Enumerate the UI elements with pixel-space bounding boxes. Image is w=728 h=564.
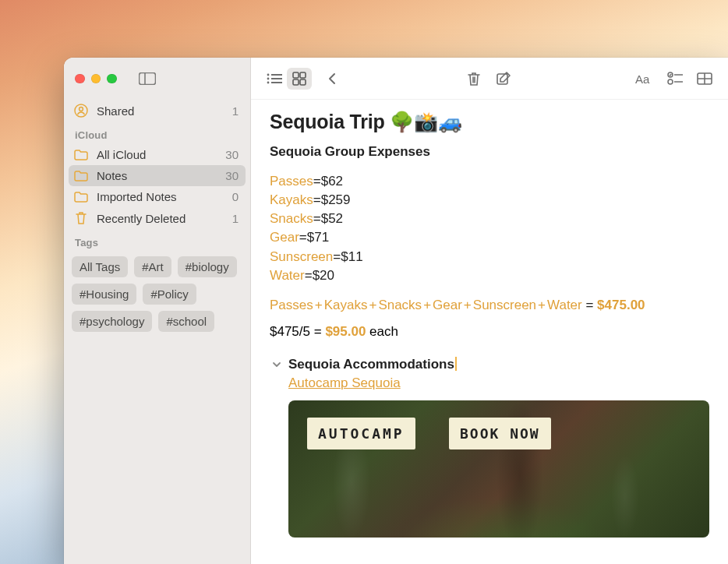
chevron-left-icon — [327, 72, 337, 85]
sidebar: Shared 1 iCloud All iCloud 30 Notes 30 I… — [64, 58, 251, 564]
back-button[interactable] — [320, 68, 345, 90]
sidebar-item-label: Shared — [97, 104, 134, 118]
expense-line: Sunscreen=$11 — [270, 248, 709, 266]
per-person-line: $475/5 = $95.00 each — [270, 324, 709, 340]
titlebar — [64, 58, 250, 100]
text-format-icon: Aa — [635, 72, 656, 86]
tag-all[interactable]: All Tags — [72, 256, 128, 277]
toggle-sidebar-button[interactable] — [136, 69, 159, 88]
delete-note-button[interactable] — [461, 68, 486, 90]
svg-point-3 — [80, 108, 83, 111]
svg-rect-12 — [293, 79, 299, 85]
window-controls — [75, 74, 117, 84]
sidebar-item-label: Notes — [97, 169, 127, 182]
note-title: Sequoia Trip 🌳📸🚙 — [270, 111, 709, 133]
sidebar-icon — [139, 72, 156, 85]
attachment-book-button[interactable]: BOOK NOW — [449, 418, 551, 449]
sidebar-item-imported-notes[interactable]: Imported Notes 0 — [64, 186, 250, 207]
tag-housing[interactable]: #Housing — [72, 284, 136, 305]
shared-icon — [73, 104, 89, 118]
accommodation-link-line: Autocamp Sequoia — [288, 375, 709, 391]
tag-policy[interactable]: #Policy — [143, 284, 196, 305]
minimize-window-button[interactable] — [91, 74, 101, 84]
note-subheading: Sequoia Group Expenses — [270, 144, 709, 160]
svg-rect-11 — [300, 72, 306, 78]
sum-formula: Passes+Kayaks+Snacks+Gear+Sunscreen+Wate… — [270, 298, 709, 313]
svg-rect-0 — [139, 73, 155, 85]
tag-psychology[interactable]: #psychology — [72, 311, 152, 332]
main-pane: Aa Sequoia Trip 🌳📸🚙 Sequoia Group Expens… — [251, 58, 728, 564]
checklist-button[interactable] — [663, 68, 687, 90]
svg-point-6 — [267, 81, 270, 83]
disclosure-toggle[interactable] — [270, 360, 284, 369]
folder-icon — [73, 171, 89, 182]
view-mode-segment — [262, 68, 312, 90]
svg-rect-13 — [300, 79, 306, 85]
checklist-icon — [667, 72, 683, 86]
attachment-logo: AUTOCAMP — [307, 418, 415, 449]
tag-school[interactable]: #school — [158, 311, 214, 332]
note-content[interactable]: Sequoia Trip 🌳📸🚙 Sequoia Group Expenses … — [251, 100, 728, 538]
close-window-button[interactable] — [75, 74, 85, 84]
table-icon — [697, 72, 712, 85]
expense-line: Snacks=$52 — [270, 210, 709, 228]
format-button[interactable]: Aa — [633, 68, 658, 90]
sidebar-item-count: 0 — [232, 190, 239, 203]
expense-line: Passes=$62 — [270, 172, 709, 191]
list-view-button[interactable] — [262, 68, 287, 90]
compose-icon — [496, 71, 511, 86]
svg-point-4 — [267, 73, 270, 76]
sidebar-item-notes[interactable]: Notes 30 — [69, 165, 246, 186]
trash-icon — [73, 211, 89, 225]
svg-text:Aa: Aa — [635, 72, 650, 86]
sidebar-item-count: 1 — [232, 212, 239, 225]
list-icon — [267, 73, 282, 84]
expense-line: Kayaks=$259 — [270, 191, 709, 210]
app-window: Shared 1 iCloud All iCloud 30 Notes 30 I… — [64, 58, 728, 564]
folder-icon — [73, 150, 89, 160]
grid-icon — [292, 72, 306, 86]
accommodations-heading: Sequoia Accommodations — [270, 357, 709, 372]
sidebar-item-label: All iCloud — [97, 148, 146, 161]
toolbar: Aa — [251, 58, 728, 100]
trash-icon — [467, 71, 481, 86]
fullscreen-window-button[interactable] — [107, 74, 117, 84]
text-cursor — [455, 357, 457, 371]
new-note-button[interactable] — [491, 68, 516, 90]
sidebar-item-count: 30 — [225, 148, 239, 161]
expense-line: Gear=$71 — [270, 228, 709, 247]
sidebar-section-icloud[interactable]: iCloud — [64, 122, 250, 144]
expense-line: Water=$20 — [270, 266, 709, 285]
tag-biology[interactable]: #biology — [178, 256, 237, 277]
accommodations-heading-text: Sequoia Accommodations — [288, 357, 457, 372]
sidebar-item-shared[interactable]: Shared 1 — [64, 100, 250, 122]
chevron-down-icon — [272, 360, 281, 369]
autocamp-link[interactable]: Autocamp Sequoia — [288, 375, 401, 390]
gallery-view-button[interactable] — [287, 68, 312, 90]
expense-lines: Passes=$62 Kayaks=$259 Snacks=$52 Gear=$… — [270, 172, 709, 285]
tags-container: All Tags #Art #biology #Housing #Policy … — [64, 252, 250, 332]
sidebar-item-count: 30 — [225, 169, 239, 182]
tag-art[interactable]: #Art — [134, 256, 171, 277]
sidebar-item-label: Recently Deleted — [97, 212, 186, 225]
sidebar-item-count: 1 — [232, 104, 239, 118]
svg-point-5 — [267, 77, 270, 79]
table-button[interactable] — [692, 68, 717, 90]
sidebar-item-all-icloud[interactable]: All iCloud 30 — [64, 144, 250, 165]
link-preview-attachment[interactable]: AUTOCAMP BOOK NOW — [288, 400, 709, 538]
sidebar-item-recently-deleted[interactable]: Recently Deleted 1 — [64, 207, 250, 229]
folder-icon — [73, 192, 89, 203]
sidebar-item-label: Imported Notes — [97, 190, 177, 203]
sidebar-section-tags[interactable]: Tags — [64, 229, 250, 252]
svg-rect-10 — [293, 72, 299, 78]
svg-point-18 — [668, 79, 673, 84]
